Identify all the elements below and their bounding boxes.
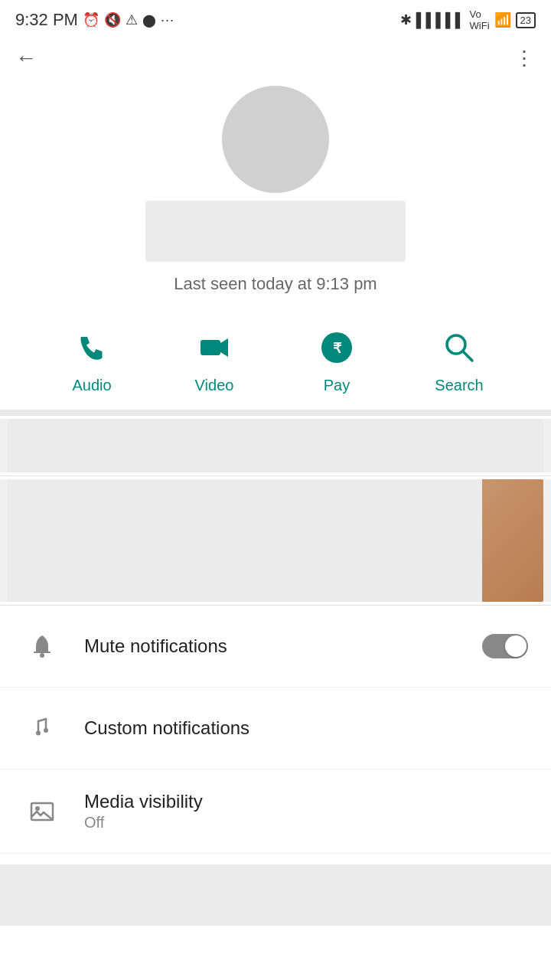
block-inner-1	[8, 419, 543, 472]
warning-icon: ⚠	[126, 11, 138, 28]
svg-point-10	[44, 728, 48, 733]
mute-toggle[interactable]	[482, 634, 528, 658]
sound-icon: 🔇	[104, 11, 121, 28]
status-bar: 9:32 PM ⏰ 🔇 ⚠ ⬤ ··· ✱ ▌▌▌▌▌ VoWiFi 📶 23	[0, 0, 551, 38]
custom-title: Custom notifications	[84, 717, 528, 739]
custom-text: Custom notifications	[84, 717, 528, 739]
top-bar: ← ⋮	[0, 38, 551, 78]
back-button[interactable]: ←	[15, 46, 37, 70]
svg-text:₹: ₹	[333, 341, 342, 356]
last-seen-text: Last seen today at 9:13 pm	[174, 274, 377, 294]
search-label: Search	[435, 377, 483, 394]
settings-section: Mute notifications Custom notifications	[0, 606, 551, 861]
action-buttons: Audio Video ₹ Pay Search	[0, 309, 551, 410]
phone-icon	[69, 325, 115, 371]
video-button[interactable]: Video	[168, 325, 260, 394]
svg-marker-3	[220, 338, 228, 357]
wifi-icon: 📶	[494, 11, 511, 28]
time-text: 9:32 PM	[15, 10, 78, 30]
bottom-bar	[0, 864, 551, 926]
search-button[interactable]: Search	[413, 325, 505, 394]
signal-icon: ▌▌▌▌▌	[416, 12, 465, 28]
mute-text: Mute notifications	[84, 635, 482, 657]
mute-notifications-item[interactable]: Mute notifications	[0, 606, 551, 688]
alarm-icon: ⏰	[83, 11, 99, 28]
media-thumbnail	[482, 479, 543, 602]
audio-button[interactable]: Audio	[46, 325, 138, 394]
media-visibility-item[interactable]: Media visibility Off	[0, 769, 551, 854]
mute-title: Mute notifications	[84, 635, 482, 657]
bell-icon	[23, 627, 61, 665]
search-icon	[436, 325, 482, 371]
media-text: Media visibility Off	[84, 791, 528, 831]
divider-1	[0, 410, 551, 416]
media-title: Media visibility	[84, 791, 528, 812]
svg-point-8	[40, 653, 44, 658]
audio-label: Audio	[72, 377, 111, 394]
svg-point-9	[36, 731, 41, 736]
status-time: 9:32 PM ⏰ 🔇 ⚠ ⬤ ···	[15, 10, 174, 30]
content-block-1	[0, 419, 551, 472]
name-bar	[145, 201, 406, 262]
more-button[interactable]: ⋮	[514, 47, 536, 70]
dots-icon: ···	[161, 12, 174, 28]
music-note-icon	[23, 709, 61, 747]
battery-icon: 23	[516, 12, 536, 28]
image-icon	[23, 792, 61, 831]
svg-point-12	[35, 806, 40, 811]
svg-line-7	[463, 351, 472, 361]
media-subtitle: Off	[84, 814, 528, 831]
pay-icon: ₹	[314, 325, 360, 371]
pay-label: Pay	[324, 377, 350, 394]
status-right: ✱ ▌▌▌▌▌ VoWiFi 📶 23	[400, 8, 536, 31]
circle-icon: ⬤	[142, 13, 156, 28]
pay-button[interactable]: ₹ Pay	[291, 325, 383, 394]
custom-notifications-item[interactable]: Custom notifications	[0, 688, 551, 769]
video-label: Video	[195, 377, 234, 394]
content-block-2	[0, 479, 551, 602]
vo-wifi-text: VoWiFi	[470, 8, 490, 31]
svg-rect-2	[201, 340, 220, 355]
avatar	[222, 86, 329, 193]
bluetooth-icon: ✱	[400, 11, 412, 28]
media-block	[8, 479, 543, 602]
profile-section: Last seen today at 9:13 pm	[0, 78, 551, 309]
thin-divider-1	[0, 475, 551, 476]
video-icon	[191, 325, 237, 371]
toggle-knob	[505, 635, 527, 657]
